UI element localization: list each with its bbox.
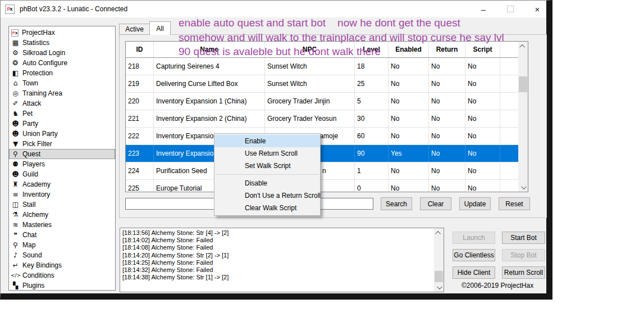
go-clientless-button[interactable]: Go Clientless <box>453 249 495 261</box>
vertical-scrollbar[interactable] <box>434 228 444 292</box>
sidebar-item-attack[interactable]: ✐Attack <box>9 98 115 108</box>
menu-item-set-walk-script[interactable]: Set Walk Script <box>214 160 320 172</box>
sidebar-item-key-bindings[interactable]: ↵Key Bindings <box>9 260 115 270</box>
wand-icon: ✐ <box>11 100 20 107</box>
quest-cell: No <box>465 75 500 92</box>
scroll-down-arrow[interactable] <box>434 283 444 292</box>
party-icon: ☻ <box>11 120 20 127</box>
quest-cell: No <box>465 128 500 144</box>
quest-row-219[interactable]: 219Delivering Curse Lifted BoxSunset Wit… <box>126 75 518 93</box>
quest-cell: No <box>429 93 465 110</box>
gears-icon: ⚙ <box>11 49 20 56</box>
sidebar-item-map[interactable]: ⚲Map <box>9 240 115 250</box>
quest-cell: No <box>429 145 465 162</box>
code-icon: </> <box>11 273 20 278</box>
tab-active[interactable]: Active <box>119 24 150 35</box>
sidebar-item-sound[interactable]: ♪Sound <box>9 250 115 260</box>
context-menu: EnableUse Return ScrollSet Walk ScriptDi… <box>214 133 321 216</box>
sidebar-item-silkroad-login[interactable]: ⚙Silkroad Login <box>9 48 115 58</box>
update-button[interactable]: Update <box>459 197 491 210</box>
quest-row-224[interactable]: 224Purification Seedn1NoNoNo <box>126 162 518 180</box>
quest-cell: No <box>429 180 465 192</box>
scrollbar-thumb[interactable] <box>435 271 443 282</box>
quest-row-220[interactable]: 220Inventory Expansion 1 (China)Grocery … <box>126 93 518 110</box>
return-scroll-button[interactable]: Return Scroll <box>502 266 545 279</box>
hide-client-button[interactable]: Hide Client <box>453 266 495 279</box>
minimize-button[interactable]: – <box>472 1 495 17</box>
column-header-id[interactable]: ID <box>126 42 154 57</box>
quest-cell: Grocery Trader Yeosun <box>265 110 355 127</box>
stop-bot-button[interactable]: Stop Bot <box>502 249 545 261</box>
sidebar-item-chat[interactable]: ❝Chat <box>9 230 115 240</box>
sidebar-item-stall[interactable]: ◫Stall <box>9 200 115 210</box>
sidebar-item-guild[interactable]: ☻Guild <box>9 169 115 179</box>
menu-item-enable[interactable]: Enable <box>214 135 320 147</box>
scrollbar-thumb[interactable] <box>519 76 527 92</box>
sidebar-item-auto-configure[interactable]: ❂Auto Configure <box>9 58 115 68</box>
sidebar-item-conditions[interactable]: </>Conditions <box>9 270 115 280</box>
sidebar-item-pet[interactable]: ♞Pet <box>9 108 115 119</box>
sidebar-item-statistics[interactable]: ▦Statistics <box>9 38 115 48</box>
quest-cell: 223 <box>126 145 154 162</box>
vertical-scrollbar[interactable] <box>518 42 528 192</box>
launch-button[interactable]: Launch <box>453 232 495 244</box>
sidebar-item-training-area[interactable]: ◎Training Area <box>9 88 115 98</box>
maximize-button[interactable] <box>499 1 522 17</box>
sidebar-item-quest[interactable]: ⚲Quest <box>9 149 115 159</box>
union-party-icon: ☻ <box>11 130 20 137</box>
menu-separator <box>216 174 319 175</box>
sidebar-item-label: Inventory <box>22 191 50 198</box>
column-header-script[interactable]: Script <box>465 42 500 57</box>
sidebar-item-town[interactable]: ⌂Town <box>9 78 115 88</box>
quest-cell: Sunset Witch <box>265 58 355 75</box>
sidebar-item-union-party[interactable]: ☻Union Party <box>9 129 115 139</box>
quest-cell: 60 <box>355 128 389 144</box>
sidebar-item-label: Silkroad Login <box>22 49 65 57</box>
copyright-text: ©2006-2019 ProjectHax <box>450 282 545 289</box>
shield-icon: ◧ <box>11 70 20 76</box>
quest-row-218[interactable]: 218Capturing Seirenes 4Sunset Witch18NoN… <box>126 58 518 75</box>
close-button[interactable]: × <box>526 1 549 17</box>
menu-item-use-return-scroll[interactable]: Use Return Scroll <box>214 147 320 160</box>
quest-row-225[interactable]: 225Europe Tutorial0NoNoNo <box>126 180 518 192</box>
quest-row-221[interactable]: 221Inventory Expansion 2 (China)Grocery … <box>126 110 518 128</box>
column-header-filler <box>500 42 518 57</box>
reset-button[interactable]: Reset <box>499 197 530 210</box>
sidebar-item-label: ProjectHax <box>22 29 55 37</box>
scroll-up-arrow[interactable] <box>518 42 528 51</box>
quest-row-222[interactable]: 222Inventory Expansion 3 (Common)Jewel L… <box>126 128 518 145</box>
quest-cell: No <box>429 58 465 75</box>
sidebar-item-masteries[interactable]: ≋Masteries <box>9 220 115 230</box>
quest-cell: 225 <box>126 180 154 192</box>
quest-cell-filler <box>500 58 518 75</box>
sidebar-item-label: Quest <box>22 150 40 158</box>
clear-button[interactable]: Clear <box>420 197 451 210</box>
quest-row-223[interactable]: 223Inventory Expansio90YesNoNo <box>126 145 518 162</box>
bell-icon: ♪ <box>11 252 20 259</box>
sidebar-item-projecthax[interactable]: PxProjectHax <box>9 28 115 38</box>
sidebar-item-academy[interactable]: ♜Academy <box>9 179 115 189</box>
search-button[interactable]: Search <box>381 197 412 210</box>
sidebar-item-players[interactable]: ⚉Players <box>9 159 115 169</box>
quest-cell-filler <box>500 75 518 92</box>
tab-all[interactable]: All <box>149 21 171 35</box>
sidebar-item-party[interactable]: ☻Party <box>9 119 115 129</box>
column-header-enabled[interactable]: Enabled <box>389 42 429 57</box>
quest-cell: 0 <box>355 180 389 192</box>
scroll-down-arrow[interactable] <box>518 183 528 192</box>
sidebar-item-alchemy[interactable]: ⚗Alchemy <box>9 210 115 220</box>
key-bindings-icon: ↵ <box>11 262 20 269</box>
scroll-up-arrow[interactable] <box>434 228 444 237</box>
sidebar-item-pick-filter[interactable]: ▼Pick Filter <box>9 139 115 149</box>
sidebar-item-plugins[interactable]: ▚Plugins <box>9 280 115 291</box>
sidebar-item-inventory[interactable]: ≡Inventory <box>9 189 115 200</box>
menu-item-clear-walk-script[interactable]: Clear Walk Script <box>214 202 320 214</box>
quest-cell: 221 <box>126 110 154 127</box>
menu-item-don-t-use-a-return-scroll[interactable]: Don't Use a Return Scroll <box>214 189 320 202</box>
column-header-return[interactable]: Return <box>429 42 465 57</box>
sidebar-item-protection[interactable]: ◧Protection <box>9 68 115 78</box>
log-line: [18:14:02] Alchemy Stone: Failed <box>122 237 432 244</box>
log-panel[interactable]: [18:13:56] Alchemy Stone: Str [4] -> [2]… <box>120 228 444 292</box>
menu-item-disable[interactable]: Disable <box>214 177 320 189</box>
start-bot-button[interactable]: Start Bot <box>502 232 545 244</box>
